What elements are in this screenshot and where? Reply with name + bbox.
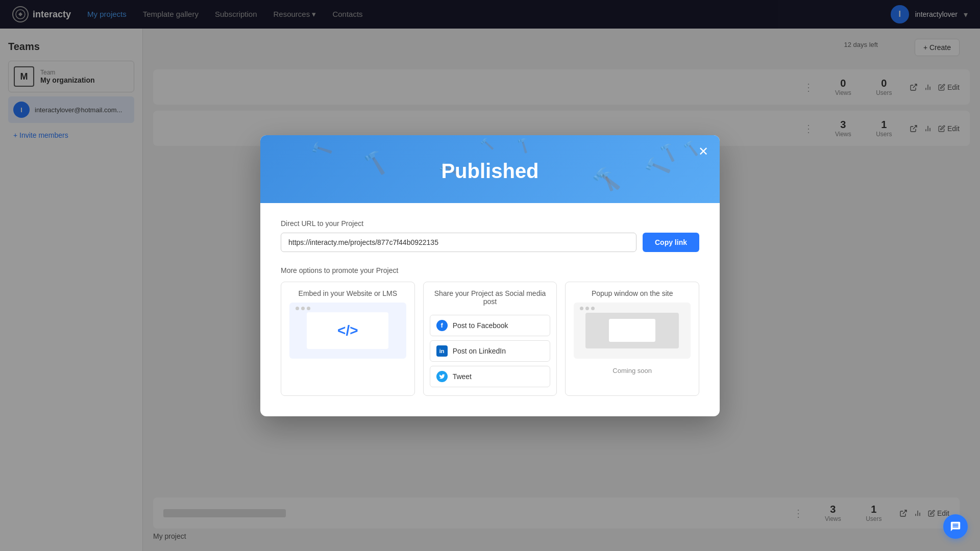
dot-1: [580, 307, 583, 310]
modal-body: Direct URL to your Project Copy link Mor…: [260, 203, 720, 416]
code-icon: </>: [337, 322, 358, 339]
popup-window-mock: [585, 313, 679, 348]
social-card-title: Share your Project as Social media post: [424, 282, 557, 311]
copy-link-button[interactable]: Copy link: [643, 233, 699, 252]
embed-card: Embed in your Website or LMS </>: [281, 282, 415, 396]
url-section-label: Direct URL to your Project: [281, 219, 699, 228]
dot-3: [307, 307, 310, 310]
popup-preview: [574, 303, 691, 359]
facebook-icon: f: [436, 320, 448, 331]
tweet-label: Tweet: [453, 372, 472, 381]
dot-2: [301, 307, 305, 310]
post-on-linkedin-button[interactable]: in Post on LinkedIn: [430, 340, 551, 362]
promote-label: More options to promote your Project: [281, 266, 699, 274]
embed-inner-preview: </>: [307, 312, 388, 349]
twitter-icon: [436, 371, 448, 382]
facebook-label: Post to Facebook: [453, 321, 508, 330]
embed-preview: </>: [289, 303, 406, 359]
modal-overlay[interactable]: 🔨 🔨 🔨 🔨 🔨 🔨 🔨 🔨 🔨 🔨 Published ✕ Direct U…: [0, 0, 980, 551]
embed-card-title: Embed in your Website or LMS: [281, 282, 414, 303]
linkedin-icon: in: [436, 345, 448, 357]
popup-card: Popup window on the site Coming soon: [565, 282, 699, 396]
popup-inner-window: [609, 319, 655, 342]
dot-2: [585, 307, 589, 310]
coming-soon-text: Coming soon: [566, 367, 699, 383]
popup-card-title: Popup window on the site: [566, 282, 699, 303]
published-modal: 🔨 🔨 🔨 🔨 🔨 🔨 🔨 🔨 🔨 🔨 Published ✕ Direct U…: [260, 135, 720, 416]
social-card: Share your Project as Social media post …: [423, 282, 557, 396]
popup-dots: [580, 307, 595, 310]
linkedin-label: Post on LinkedIn: [453, 347, 506, 355]
post-to-facebook-button[interactable]: f Post to Facebook: [430, 315, 551, 336]
social-buttons: f Post to Facebook in Post on LinkedIn T…: [424, 311, 557, 395]
embed-dots: [296, 307, 310, 310]
modal-close-button[interactable]: ✕: [695, 143, 712, 160]
modal-header: 🔨 🔨 🔨 🔨 🔨 🔨 🔨 🔨 🔨 🔨 Published ✕: [260, 135, 720, 203]
promote-cards: Embed in your Website or LMS </>: [281, 282, 699, 396]
dot-3: [591, 307, 595, 310]
project-url-input[interactable]: [281, 233, 636, 252]
url-row: Copy link: [281, 233, 699, 252]
modal-title: Published: [260, 160, 720, 183]
tweet-button[interactable]: Tweet: [430, 366, 551, 387]
messenger-fab-button[interactable]: [943, 514, 968, 539]
dot-1: [296, 307, 299, 310]
